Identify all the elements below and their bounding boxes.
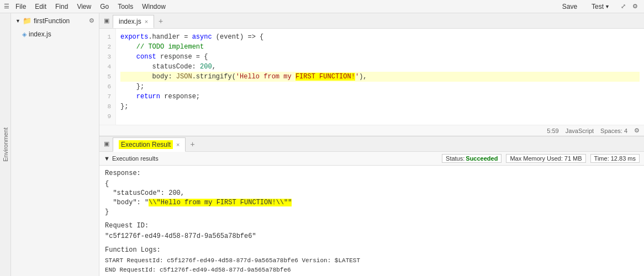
menu-view[interactable]: View: [72, 2, 96, 12]
memory-badge: Max Memory Used: 71 MB: [506, 154, 585, 163]
code-line-7: return response;: [120, 92, 640, 102]
result-tab-add[interactable]: +: [187, 139, 198, 150]
status-label: Status:: [446, 155, 464, 162]
status-value: Succeeded: [466, 155, 498, 162]
editor-spaces: Spaces: 4: [600, 128, 627, 134]
result-body[interactable]: Response: { "statusCode": 200, "body": "…: [99, 166, 644, 276]
menu-bar-left: ☰ File Edit Find View Go Tools Window: [2, 2, 170, 12]
app-menu-icon[interactable]: ☰: [2, 2, 11, 11]
result-panel-icon: ▣: [102, 139, 112, 149]
test-label: Test: [592, 3, 604, 10]
settings-icon[interactable]: ⚙: [631, 2, 640, 11]
log-line-2: END RequestId: c5f1276f-ed49-4d58-877d-9…: [105, 266, 638, 275]
code-line-1: exports.handler = async (event) => {: [120, 32, 640, 42]
sidebar-file-index[interactable]: ◈ index.js: [11, 28, 99, 40]
menu-tools[interactable]: Tools: [113, 2, 138, 12]
editor-status-bar: 5:59 JavaScript Spaces: 4 ⚙: [99, 125, 644, 136]
code-editor[interactable]: 1 2 3 4 5 6 7 8 9 exports.handler = asyn…: [99, 29, 644, 125]
menu-edit[interactable]: Edit: [30, 2, 51, 12]
response-body-line: "body": "\\"Hello from my FIRST FUNCTION…: [105, 198, 638, 208]
code-line-3: const response = {: [120, 52, 640, 62]
project-name: firstFunction: [34, 17, 70, 25]
env-label: Environment: [2, 128, 9, 162]
response-code: {: [105, 179, 638, 189]
main-layout: Environment ▼ 📁 firstFunction ⚙ ◈ index.…: [0, 13, 644, 276]
maximize-icon[interactable]: ⤢: [619, 2, 627, 11]
gap2: [105, 241, 638, 246]
collapse-arrow: ▼: [15, 18, 20, 24]
response-label: Response:: [105, 169, 638, 178]
result-tab-close[interactable]: ×: [176, 141, 180, 148]
code-line-9: [120, 112, 640, 121]
menu-bar-actions: Save Test ▼ ⤢ ⚙: [557, 2, 642, 12]
editor-section: ▣ index.js × + 1 2 3 4 5 6 7: [99, 13, 644, 136]
code-content: 1 2 3 4 5 6 7 8 9 exports.handler = asyn…: [99, 29, 644, 125]
result-tab-label: Execution Result: [119, 140, 173, 149]
file-icon: ◈: [22, 31, 27, 38]
menu-bar: ☰ File Edit Find View Go Tools Window Sa…: [0, 0, 644, 13]
menu-find[interactable]: Find: [51, 2, 72, 12]
editor-tab-close[interactable]: ×: [145, 18, 148, 25]
response-status-code: "statusCode": 200,: [105, 189, 638, 198]
file-name: index.js: [29, 30, 51, 38]
code-line-2: // TODO implement: [120, 42, 640, 52]
save-button[interactable]: Save: [557, 2, 583, 12]
code-line-4: statusCode: 200,: [120, 62, 640, 72]
collapse-arrow-result: ▼: [104, 155, 110, 162]
test-button[interactable]: Test ▼: [587, 2, 614, 12]
menu-icons: ⤢ ⚙: [619, 2, 640, 11]
response-end: }: [105, 208, 638, 217]
code-line-6: };: [120, 82, 640, 92]
editor-panel-icon: ▣: [102, 16, 112, 26]
code-line-5: body: JSON.stringify('Hello from my FIRS…: [120, 72, 640, 82]
content-area: ▣ index.js × + 1 2 3 4 5 6 7: [99, 13, 644, 276]
menu-go[interactable]: Go: [96, 2, 113, 12]
result-header-left: ▼ Execution results: [104, 155, 159, 162]
memory-label: Max Memory Used: 71 MB: [510, 155, 582, 162]
editor-tab-label: index.js: [119, 18, 141, 25]
log-line-1: START RequestId: c5f1276f-ed49-4d58-877d…: [105, 256, 638, 266]
test-dropdown-icon[interactable]: ▼: [605, 4, 610, 9]
editor-tab-indexjs[interactable]: index.js ×: [113, 15, 154, 28]
menu-window[interactable]: Window: [138, 2, 170, 12]
code-lines: exports.handler = async (event) => { // …: [116, 29, 644, 125]
request-id-value: "c5f1276f-ed49-4d58-877d-9a565a78bfe6": [105, 232, 638, 241]
menu-file[interactable]: File: [11, 2, 30, 12]
result-tab[interactable]: Execution Result ×: [113, 137, 186, 152]
result-header-label: Execution results: [112, 155, 159, 162]
request-id-label: Request ID:: [105, 221, 638, 231]
result-section: ▣ Execution Result × + ▼ Execution resul…: [99, 136, 644, 276]
sidebar: ▼ 📁 firstFunction ⚙ ◈ index.js: [11, 13, 99, 276]
time-badge: Time: 12.83 ms: [590, 154, 640, 163]
project-gear-icon[interactable]: ⚙: [89, 17, 94, 24]
status-badge: Status: Succeeded: [442, 154, 502, 163]
code-line-8: };: [120, 102, 640, 112]
editor-language: JavaScript: [566, 128, 594, 134]
editor-position: 5:59: [547, 128, 558, 134]
result-tab-bar: ▣ Execution Result × +: [99, 136, 644, 152]
editor-settings-icon[interactable]: ⚙: [634, 127, 640, 134]
result-header-right: Status: Succeeded Max Memory Used: 71 MB…: [442, 154, 640, 163]
editor-tab-bar: ▣ index.js × +: [99, 13, 644, 29]
time-label: Time: 12.83 ms: [594, 155, 636, 162]
sidebar-project[interactable]: ▼ 📁 firstFunction ⚙: [11, 13, 99, 28]
env-sidebar: Environment: [0, 13, 11, 276]
editor-tab-add[interactable]: +: [155, 15, 166, 26]
gap1: [105, 217, 638, 221]
line-numbers: 1 2 3 4 5 6 7 8 9: [99, 29, 116, 125]
folder-icon: 📁: [23, 17, 31, 25]
function-logs-label: Function Logs:: [105, 246, 638, 255]
result-header: ▼ Execution results Status: Succeeded Ma…: [99, 152, 644, 166]
